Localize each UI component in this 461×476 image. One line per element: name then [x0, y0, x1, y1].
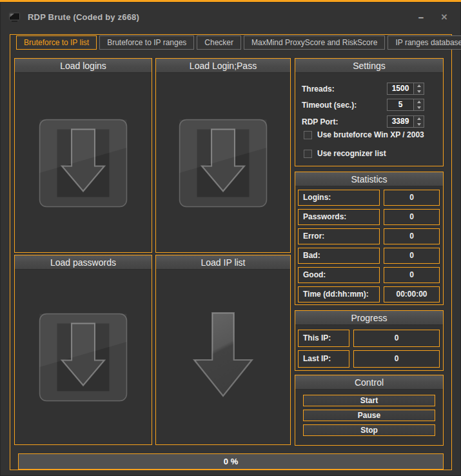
progress-row-this-ip: This IP: 0: [298, 330, 440, 347]
tab-ip-ranges-database[interactable]: IP ranges database: [387, 35, 461, 50]
rdp-port-spin-buttons: [414, 115, 424, 128]
stat-value: 0: [384, 190, 440, 206]
tab-checker[interactable]: Checker: [197, 35, 241, 50]
control-panel: Control Start Pause Stop: [295, 375, 444, 446]
app-monitor-icon: [8, 12, 21, 23]
progress-row-last-ip: Last IP: 0: [298, 350, 440, 368]
stat-label: Logins:: [298, 190, 380, 206]
threads-row: Threads: 1500: [302, 83, 436, 95]
load-passwords-title: Load passwords: [15, 255, 152, 270]
load-login-pass-panel: Load Login;Pass: [155, 58, 291, 253]
threads-label: Threads:: [302, 84, 335, 94]
control-title: Control: [295, 375, 443, 390]
rdp-port-row: RDP Port: 3389: [302, 115, 436, 128]
load-logins-panel: Load logins: [14, 58, 152, 253]
threads-input[interactable]: 1500: [387, 83, 414, 95]
rdp-port-input[interactable]: 3389: [387, 115, 414, 128]
pause-button[interactable]: Pause: [303, 410, 435, 421]
window-title: RDP Brute (Coded by z668): [28, 12, 139, 22]
stat-row-error: Error: 0: [298, 228, 440, 244]
tab-maxmind-scores[interactable]: MaxMind ProxyScore and RiskScore: [244, 35, 385, 50]
stat-label: Passwords:: [298, 209, 380, 225]
stat-row-bad: Bad: 0: [298, 248, 440, 264]
arrow-down-icon: [187, 310, 259, 405]
stat-value: 0: [384, 209, 440, 225]
progress-bar: 0 %: [18, 453, 444, 470]
spin-down-icon[interactable]: [414, 105, 424, 111]
load-passwords-dropzone[interactable]: [15, 270, 152, 444]
progress-body: This IP: 0 Last IP: 0: [295, 326, 443, 370]
start-button[interactable]: Start: [303, 395, 435, 406]
control-body: Start Pause Stop: [295, 390, 443, 445]
checkbox-use-bruteforce-winxp[interactable]: Use bruteforce Win XP / 2003: [304, 130, 424, 139]
stat-label: Bad:: [298, 248, 380, 264]
load-login-pass-title: Load Login;Pass: [156, 59, 290, 73]
stat-row-passwords: Passwords: 0: [298, 209, 440, 225]
settings-body: Threads: 1500 Timeout (sec.): 5: [295, 74, 443, 166]
download-square-icon: [175, 115, 271, 212]
checkbox-box-icon[interactable]: [304, 131, 312, 139]
load-logins-dropzone[interactable]: [15, 74, 152, 252]
stat-value: 00:00:00: [384, 286, 440, 302]
threads-spinner: 1500: [387, 83, 424, 95]
stat-label: Time (dd:hh:mm):: [298, 286, 380, 302]
statistics-panel: Statistics Logins: 0 Passwords: 0 Error:…: [295, 172, 444, 305]
spin-down-icon[interactable]: [414, 89, 424, 95]
spin-up-icon[interactable]: [414, 99, 424, 105]
minimize-icon: –: [418, 14, 424, 21]
timeout-spinner: 5: [387, 99, 424, 111]
stat-value: 0: [384, 228, 440, 244]
stat-row-logins: Logins: 0: [298, 190, 440, 206]
app-window: RDP Brute (Coded by z668) – ✕ Bruteforce…: [0, 0, 461, 476]
tab-page-container: Bruteforce to IP list Bruteforce to IP r…: [10, 34, 452, 470]
progress-label: This IP:: [298, 330, 349, 347]
load-ip-list-panel: Load IP list: [155, 255, 291, 445]
rdp-port-label: RDP Port:: [302, 117, 338, 126]
threads-spin-buttons: [414, 83, 424, 95]
statistics-title: Statistics: [295, 172, 443, 186]
timeout-row: Timeout (sec.): 5: [302, 99, 436, 112]
stat-value: 0: [384, 248, 440, 264]
stat-value: 0: [384, 267, 440, 283]
progress-panel: Progress This IP: 0 Last IP: 0: [295, 310, 444, 371]
title-bar: RDP Brute (Coded by z668) – ✕: [0, 2, 461, 32]
stat-row-good: Good: 0: [298, 267, 440, 283]
stat-label: Good:: [298, 267, 380, 283]
statistics-body: Logins: 0 Passwords: 0 Error: 0 Bad: 0 G…: [295, 187, 443, 304]
close-icon: ✕: [441, 12, 448, 22]
progress-label: Last IP:: [298, 350, 349, 368]
close-button[interactable]: ✕: [435, 2, 453, 32]
settings-title: Settings: [295, 59, 443, 73]
timeout-spin-buttons: [414, 99, 424, 111]
tab-bruteforce-ip-list[interactable]: Bruteforce to IP list: [16, 35, 97, 50]
tab-bar: Bruteforce to IP list Bruteforce to IP r…: [16, 35, 461, 50]
checkbox-use-recognizer-list[interactable]: Use recognizer list: [304, 149, 386, 158]
spin-up-icon[interactable]: [414, 83, 424, 89]
stat-row-time: Time (dd:hh:mm): 00:00:00: [298, 286, 440, 302]
spin-down-icon[interactable]: [414, 122, 424, 128]
timeout-input[interactable]: 5: [387, 99, 414, 111]
settings-panel: Settings Threads: 1500 Timeout (sec.):: [295, 58, 444, 166]
spin-up-icon[interactable]: [414, 116, 424, 122]
progress-value: 0: [353, 330, 440, 347]
download-square-icon: [35, 309, 132, 406]
progress-title: Progress: [295, 311, 443, 325]
minimize-button[interactable]: –: [412, 2, 430, 32]
download-square-icon: [35, 115, 132, 212]
load-logins-title: Load logins: [15, 59, 152, 73]
load-ip-list-title: Load IP list: [156, 255, 290, 270]
checkbox-box-icon[interactable]: [304, 150, 312, 158]
timeout-label: Timeout (sec.):: [302, 101, 357, 110]
load-login-pass-dropzone[interactable]: [156, 74, 290, 252]
rdp-port-spinner: 3389: [387, 115, 424, 128]
checkbox-label: Use recognizer list: [317, 149, 386, 158]
stat-label: Error:: [298, 228, 380, 244]
checkbox-label: Use bruteforce Win XP / 2003: [317, 130, 424, 139]
load-passwords-panel: Load passwords: [14, 255, 152, 445]
progress-value: 0: [353, 350, 440, 368]
tab-bruteforce-ip-ranges[interactable]: Bruteforce to IP ranges: [99, 35, 194, 50]
stop-button[interactable]: Stop: [303, 424, 435, 436]
load-ip-list-dropzone[interactable]: [156, 270, 290, 444]
